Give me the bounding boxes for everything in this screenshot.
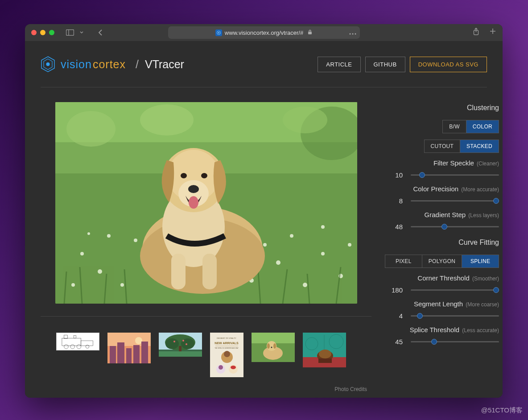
svg-point-30 (303, 283, 307, 287)
thumbnail-poster[interactable]: DESSERT OF VITALITYNEW ARRIVALSTHE WORLD… (210, 333, 243, 377)
svg-point-35 (321, 225, 325, 229)
back-icon[interactable] (96, 29, 104, 36)
thumbnail-strip: DESSERT OF VITALITYNEW ARRIVALSTHE WORLD… (41, 333, 371, 377)
svg-point-29 (276, 260, 280, 265)
svg-point-55 (188, 185, 199, 193)
svg-point-5 (349, 33, 351, 34)
color-precision-value: 8 (385, 197, 403, 205)
layer-mode-toggle: CUTOUT STACKED (424, 140, 499, 153)
curve-mode-toggle: PIXEL POLYGON SPLINE (385, 255, 499, 268)
svg-point-101 (273, 343, 276, 349)
close-window-button[interactable] (31, 30, 37, 35)
svg-point-31 (321, 252, 325, 255)
minimize-window-button[interactable] (40, 30, 45, 35)
splice-threshold-slider[interactable] (411, 341, 499, 342)
svg-point-91 (224, 351, 230, 357)
svg-text:DESSERT OF VITALITY: DESSERT OF VITALITY (217, 337, 236, 339)
polygon-button[interactable]: POLYGON (422, 255, 462, 268)
share-icon[interactable] (473, 28, 479, 37)
corner-threshold-value: 180 (385, 286, 403, 294)
brand-cortex: cortex (93, 58, 126, 71)
svg-point-26 (71, 283, 75, 287)
new-tab-icon[interactable] (489, 28, 496, 37)
segment-length-slider[interactable] (411, 315, 499, 317)
svg-point-100 (267, 343, 270, 349)
filter-speckle-value: 10 (385, 171, 403, 179)
svg-point-34 (290, 234, 293, 238)
splice-threshold-hint: (Less accurate) (462, 327, 499, 334)
svg-rect-76 (159, 350, 202, 357)
brand-vision: vision (61, 58, 92, 71)
svg-point-57 (181, 173, 187, 178)
color-precision-slider[interactable] (411, 200, 499, 202)
brand-slash: / (136, 58, 139, 71)
github-button[interactable]: GITHUB (365, 57, 405, 72)
sidebar-icon[interactable] (66, 29, 74, 36)
splice-threshold-value: 45 (385, 338, 403, 346)
svg-point-18 (66, 111, 116, 147)
svg-point-93 (219, 365, 223, 370)
svg-rect-4 (308, 32, 312, 34)
bw-button[interactable]: B/W (443, 120, 466, 133)
filter-speckle-hint: (Cleaner) (477, 161, 499, 167)
cutout-button[interactable]: CUTOUT (425, 140, 460, 152)
nav-buttons: ARTICLE GITHUB DOWNLOAD AS SVG (318, 57, 487, 72)
svg-rect-66 (74, 336, 76, 338)
color-button[interactable]: COLOR (466, 120, 499, 133)
stacked-button[interactable]: STACKED (460, 140, 499, 152)
svg-point-19 (140, 104, 194, 136)
url-bar[interactable]: www.visioncortex.org/vtracer/# (168, 26, 360, 39)
thumbnails-divider (41, 316, 371, 317)
svg-rect-73 (133, 345, 140, 363)
svg-point-3 (218, 32, 219, 33)
gradient-step-label: Gradient Step (425, 211, 466, 218)
thumbnail-train[interactable] (56, 333, 99, 350)
spline-button[interactable]: SPLINE (462, 255, 499, 268)
svg-point-21 (283, 107, 327, 133)
thumbnail-game[interactable] (303, 333, 346, 367)
svg-rect-71 (117, 342, 124, 363)
thumbnail-dog[interactable] (252, 333, 295, 362)
svg-point-22 (80, 252, 84, 255)
svg-point-6 (352, 33, 353, 34)
maximize-window-button[interactable] (49, 30, 54, 35)
segment-length-value: 4 (385, 312, 403, 320)
gradient-step-hint: (Less layers) (468, 212, 499, 218)
url-text: www.visioncortex.org/vtracer/# (225, 29, 303, 36)
corner-threshold-slider[interactable] (411, 289, 499, 291)
svg-rect-81 (179, 346, 182, 351)
page-content: visioncortex / VTracer ARTICLE GITHUB DO… (25, 41, 503, 398)
svg-point-95 (231, 366, 236, 369)
corner-threshold-hint: (Smoother) (472, 276, 499, 282)
photo-credits[interactable]: Photo Credits (41, 386, 371, 392)
brand-logo-icon (41, 56, 55, 73)
svg-point-24 (120, 283, 124, 287)
thumbnail-cityscape[interactable] (107, 333, 151, 363)
filter-speckle-slider[interactable] (411, 174, 499, 176)
segment-length-hint: (More coarse) (466, 301, 499, 308)
more-icon[interactable] (349, 29, 356, 36)
svg-rect-74 (141, 342, 148, 363)
color-precision-label: Color Precision (413, 185, 458, 193)
pixel-button[interactable]: PIXEL (385, 255, 422, 268)
color-mode-toggle: B/W COLOR (442, 120, 499, 133)
article-button[interactable]: ARTICLE (318, 57, 360, 72)
color-precision-hint: (More accurate) (461, 186, 499, 193)
svg-point-61 (64, 345, 69, 349)
svg-point-36 (348, 243, 351, 247)
svg-rect-72 (126, 348, 132, 363)
download-svg-button[interactable]: DOWNLOAD AS SVG (410, 57, 487, 72)
gradient-step-slider[interactable] (411, 226, 499, 227)
svg-point-27 (107, 234, 111, 238)
brand: visioncortex / VTracer (41, 56, 184, 73)
svg-point-84 (186, 343, 187, 345)
svg-point-58 (201, 173, 207, 178)
page-header: visioncortex / VTracer ARTICLE GITHUB DO… (41, 56, 487, 87)
thumbnail-tree[interactable] (159, 333, 202, 357)
svg-point-83 (182, 340, 184, 342)
svg-point-23 (98, 269, 102, 274)
chevron-down-icon[interactable] (78, 29, 86, 36)
window-controls (31, 30, 54, 35)
watermark: @51CTO博客 (481, 406, 523, 415)
svg-rect-70 (110, 346, 116, 363)
